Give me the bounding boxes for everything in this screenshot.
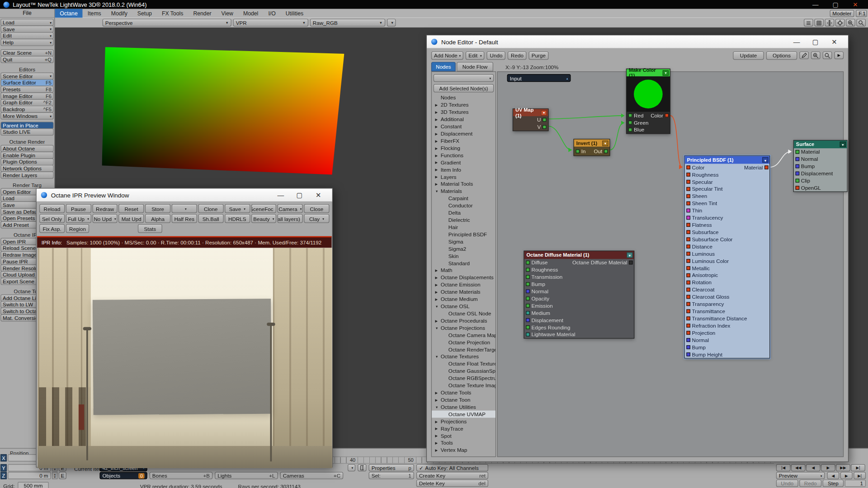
node-input-port[interactable]: Subsurface (685, 229, 769, 236)
node-input-port[interactable]: Transmission (524, 273, 634, 281)
port-square-icon[interactable] (686, 202, 690, 206)
node-input-port[interactable]: Medium (524, 309, 634, 316)
close-icon[interactable]: ✕ (846, 1, 865, 8)
node-library-item[interactable]: Dielectric (432, 216, 495, 224)
update-button[interactable]: Update (733, 51, 764, 59)
expand-icon[interactable] (435, 390, 440, 394)
expand-icon[interactable] (435, 125, 440, 129)
expand-icon[interactable] (435, 276, 440, 280)
sidebar-item[interactable]: Enable Plugin ▾ (0, 152, 54, 159)
ipr-toolbar-button[interactable]: Mat Upd▾ (119, 214, 144, 223)
ipr-toolbar-button[interactable]: Camera▾ (278, 204, 303, 213)
port-square-icon[interactable] (686, 244, 690, 249)
expand-icon[interactable] (435, 398, 440, 402)
node-library-item[interactable]: Vertex Map (432, 446, 495, 454)
port-square-icon[interactable] (686, 295, 690, 299)
ipr-toolbar-button[interactable]: Save▾ (225, 204, 250, 213)
expand-icon[interactable] (435, 117, 440, 122)
port-square-icon[interactable] (526, 311, 530, 315)
node-input-port[interactable]: Rotation (685, 279, 769, 286)
node-octane-diffuse-material[interactable]: Octane Diffuse Material (1)▾ Diffuse Rou… (524, 251, 634, 339)
node-library-item[interactable]: Material Tools (432, 180, 495, 188)
node-input-port[interactable]: Clip (794, 177, 847, 184)
menu-tab[interactable]: Utilities (281, 9, 309, 18)
node-library-item[interactable]: Functions (432, 152, 495, 159)
node-input-port[interactable]: Clearcoat Gloss (685, 293, 769, 300)
port-square-icon[interactable] (686, 281, 690, 285)
ipr-toolbar-button[interactable]: Half Res▾ (172, 214, 197, 223)
sidebar-item[interactable]: Studio LIVE ▾ (0, 128, 54, 136)
sidebar-item[interactable]: Edit ▾ (0, 32, 54, 39)
expand-icon[interactable] (435, 146, 440, 150)
node-library-item[interactable]: Skin (432, 252, 495, 259)
expand-icon[interactable] (435, 305, 440, 308)
port-square-icon[interactable] (686, 316, 690, 320)
node-library-item[interactable]: Octane UVMAP (432, 411, 495, 418)
transport-button[interactable]: |◀ (776, 464, 791, 471)
expand-icon[interactable] (435, 355, 440, 358)
node-input-port[interactable]: Transparency (685, 300, 769, 308)
menu-tab[interactable]: FX Tools (157, 9, 188, 18)
port-square-icon[interactable] (796, 157, 800, 161)
node-input-port[interactable]: Normal (685, 336, 769, 343)
port-square-icon[interactable] (686, 173, 690, 177)
node-input-port[interactable]: Displacement (524, 316, 634, 324)
node-library-item[interactable]: Materials (432, 188, 495, 195)
port-square-icon[interactable] (686, 288, 690, 292)
node-input-port[interactable]: Projection (685, 329, 769, 337)
sidebar-item[interactable]: Surface Editor F5 ▾ (0, 79, 54, 86)
tab-node-flow[interactable]: Node Flow (457, 62, 493, 71)
channel-dropdown[interactable]: Raw_RGB▼ (310, 19, 386, 27)
sidebar-item[interactable]: Graph Editor ^F2 ▾ (0, 99, 54, 106)
undo-button[interactable]: Undo (776, 480, 798, 487)
node-editor-toolbar-button[interactable]: Purge▾ (529, 51, 548, 59)
expand-icon[interactable] (435, 319, 440, 323)
node-input-port[interactable]: Distance (685, 243, 769, 250)
expand-icon[interactable] (435, 189, 440, 192)
ipr-toolbar-button[interactable]: Redraw▾ (92, 204, 118, 213)
port-square-icon[interactable] (686, 324, 690, 328)
ipr-toolbar-button[interactable]: Full Up▾ (66, 214, 91, 223)
sidebar-item[interactable]: Image Editor F6 ▾ (0, 92, 54, 99)
ipr-toolbar-button[interactable]: Clay▾ (304, 214, 329, 223)
node-library-item[interactable]: Displacement (432, 130, 495, 137)
node-input-port[interactable]: Bump (524, 281, 634, 288)
port-square-icon[interactable] (665, 113, 669, 117)
menu-tab[interactable]: Items (83, 9, 106, 18)
close-icon[interactable]: ✕ (825, 36, 844, 47)
expand-icon[interactable] (435, 405, 440, 408)
expand-icon[interactable] (435, 448, 440, 452)
node-library-item[interactable]: Gradient (432, 159, 495, 166)
fix-aspect-button[interactable]: Fix Asp. (39, 224, 65, 233)
node-library-item[interactable]: Octane Texture Image (432, 382, 495, 389)
node-library-item[interactable]: Octane OSL Node (432, 310, 495, 317)
preview-dropdown[interactable]: Preview▾ (776, 472, 825, 479)
node-input-port[interactable]: Displacement (794, 170, 847, 177)
expand-icon[interactable] (435, 160, 440, 164)
grid-size-field[interactable]: 500 mm (18, 482, 49, 488)
ipr-toolbar-button[interactable]: ▾ (172, 204, 197, 213)
ipr-window-titlebar[interactable]: Octane IPR Preview Window — ▢ ✕ (37, 189, 332, 202)
node-input-port[interactable]: Opacity (524, 295, 634, 302)
node-input-port[interactable]: Subsurface Color (685, 236, 769, 243)
node-library-item[interactable]: Additional (432, 116, 495, 123)
node-input-port[interactable]: Sheen (685, 192, 769, 200)
node-input-port[interactable]: Specular (685, 178, 769, 185)
lights-button[interactable]: Lights+L (215, 472, 278, 479)
port-square-icon[interactable] (686, 237, 690, 241)
port-square-icon[interactable] (542, 118, 547, 122)
port-square-icon[interactable] (629, 261, 633, 265)
menu-tab[interactable]: I/O (263, 9, 280, 18)
node-library-item[interactable]: Octane Float Texture (432, 360, 495, 367)
minimize-icon[interactable]: — (787, 36, 806, 47)
node-input-port[interactable]: Metallic (685, 264, 769, 272)
maximize-icon[interactable]: ▢ (290, 189, 309, 200)
port-square-icon[interactable] (526, 282, 530, 286)
port-square-icon[interactable] (526, 325, 530, 329)
create-key-button[interactable]: Create Keyret (416, 472, 488, 479)
preview-nav-button[interactable]: ◀ (827, 472, 839, 479)
node-library-item[interactable]: Octane GaussianSpectr (432, 367, 495, 375)
node-library-item[interactable]: Octane Emission (432, 281, 495, 288)
node-library-item[interactable]: Octane RGBSpectrum T (432, 375, 495, 382)
port-square-icon[interactable] (686, 180, 690, 184)
